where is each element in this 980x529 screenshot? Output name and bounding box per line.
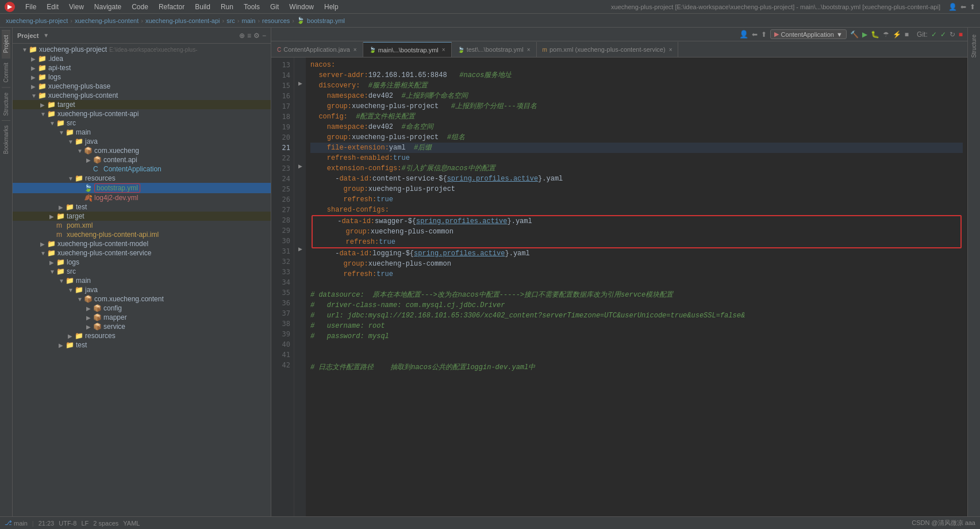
tree-src2[interactable]: ▼ 📁 src	[13, 267, 271, 276]
code-line-18: config: #配置文件相关配置	[310, 112, 963, 122]
tree-main2[interactable]: ▼ 📁 main	[13, 276, 271, 285]
coverage-icon[interactable]: ☂	[883, 30, 889, 39]
tree-java1[interactable]: ▼ 📁 java	[13, 137, 271, 146]
menu-edit[interactable]: Edit	[42, 2, 63, 12]
tree-service[interactable]: ▶ 📦 service	[13, 322, 271, 331]
tree-package1[interactable]: ▼ 📦 com.xuecheng	[13, 146, 271, 155]
git-commit-icon[interactable]: ✓	[931, 30, 937, 39]
tree-src1[interactable]: ▼ 📁 src	[13, 118, 271, 128]
menu-file[interactable]: File	[21, 2, 41, 12]
profiler-icon[interactable]: ⚡	[893, 30, 901, 39]
tree-mapper-label: mapper	[103, 313, 127, 321]
git-branch-item[interactable]: ⎇ main	[5, 519, 28, 527]
breadcrumb-resources[interactable]: resources	[262, 17, 290, 24]
menu-build[interactable]: Build	[190, 2, 215, 12]
breadcrumb-yml[interactable]: bootstrap.yml	[307, 17, 345, 24]
tree-content-api-pkg[interactable]: ▶ 📦 content.api	[13, 155, 271, 164]
tree-resources1[interactable]: ▼ 📁 resources	[13, 174, 271, 183]
profile-icon[interactable]: 👤	[739, 30, 748, 39]
tree-bootstrap-yml[interactable]: 🍃 bootstrap.yml	[13, 183, 271, 193]
collapse-icon[interactable]: ≡	[247, 32, 251, 40]
menu-navigate[interactable]: Navigate	[90, 2, 126, 12]
debug-icon[interactable]: 🐛	[871, 30, 879, 39]
tree-service-logs[interactable]: ▶ 📁 logs	[13, 258, 271, 267]
tree-target2[interactable]: ▶ 📁 target	[13, 212, 271, 221]
tree-java2[interactable]: ▼ 📁 java	[13, 285, 271, 294]
code-token: xuecheng-plus-common	[371, 227, 454, 237]
git-push-icon[interactable]: ✓	[940, 30, 946, 39]
menu-tools[interactable]: Tools	[239, 2, 264, 12]
tree-mapper[interactable]: ▶ 📦 mapper	[13, 313, 271, 322]
tab-pom[interactable]: m pom.xml (xuecheng-plus-content-service…	[537, 42, 679, 57]
forward-icon[interactable]: ⬆	[761, 30, 767, 39]
breadcrumb-main[interactable]: main	[242, 17, 256, 24]
structure-tab-right[interactable]: Structure	[970, 30, 978, 63]
back-icon[interactable]: ⬅	[752, 30, 758, 39]
tree-api-test[interactable]: ▶ 📁 api-test	[13, 63, 271, 72]
tree-resources2-label: resources	[85, 332, 116, 340]
build-icon[interactable]: 🔨	[850, 30, 859, 39]
run-config-selector[interactable]: ▶ ContentApplication ▼	[770, 29, 847, 39]
git-error-icon[interactable]: ■	[959, 30, 963, 39]
code-token: server-addr:	[318, 70, 368, 80]
tree-package2[interactable]: ▼ 📦 com.xuecheng.content	[13, 294, 271, 304]
tree-package2-label: com.xuecheng.content	[94, 295, 164, 303]
close-panel-icon[interactable]: −	[262, 32, 266, 40]
menu-refactor[interactable]: Refactor	[154, 2, 189, 12]
line-num-36: 36	[271, 298, 294, 308]
line-sep-item[interactable]: LF	[81, 520, 89, 527]
menu-git[interactable]: Git	[266, 2, 283, 12]
tree-iml1[interactable]: m xuecheng-plus-content-api.iml	[13, 230, 271, 239]
tab-test-bootstrap[interactable]: 🍃 test\...\bootstrap.yml ×	[452, 42, 537, 57]
resources-icon: 📁	[75, 174, 84, 182]
tab-close-icon[interactable]: ×	[669, 47, 672, 53]
bookmarks-tab[interactable]: Bookmarks	[2, 120, 10, 159]
tree-root[interactable]: ▼ 📁 xuecheng-plus-project E:\idea-worksp…	[13, 45, 271, 54]
run-icon[interactable]: ▶	[862, 30, 867, 39]
git-fetch-icon[interactable]: ↻	[950, 30, 955, 39]
tab-close-icon[interactable]: ×	[353, 47, 357, 53]
tree-idea[interactable]: ▶ 📁 .idea	[13, 54, 271, 63]
tree-content-service[interactable]: ▼ 📁 xuecheng-plus-content-service	[13, 248, 271, 258]
tree-logs[interactable]: ▶ 📁 logs	[13, 72, 271, 82]
tree-base[interactable]: ▶ 📁 xuecheng-plus-base	[13, 82, 271, 91]
menu-window[interactable]: Window	[285, 2, 318, 12]
project-dropdown-icon[interactable]: ▼	[43, 32, 49, 39]
tree-test1[interactable]: ▶ 📁 test	[13, 202, 271, 212]
tab-close-icon[interactable]: ×	[527, 47, 531, 53]
tab-close-icon[interactable]: ×	[442, 47, 445, 53]
file-type-item[interactable]: YAML	[123, 520, 140, 527]
locate-icon[interactable]: ⊕	[239, 32, 245, 40]
tree-config[interactable]: ▶ 📦 config	[13, 304, 271, 313]
tree-pom1[interactable]: m pom.xml	[13, 221, 271, 230]
tree-log4j2[interactable]: 🍂 log4j2-dev.yml	[13, 193, 271, 202]
tree-content-app[interactable]: C ContentApplication	[13, 164, 271, 174]
indent-item[interactable]: 2 spaces	[93, 520, 118, 527]
menu-view[interactable]: View	[64, 2, 89, 12]
menu-run[interactable]: Run	[216, 2, 238, 12]
breadcrumb-content[interactable]: xuecheng-plus-content	[75, 17, 139, 24]
breadcrumb-src[interactable]: src	[226, 17, 235, 24]
breadcrumb-project[interactable]: xuecheng-plus-project	[6, 17, 68, 24]
tree-content[interactable]: ▼ 📁 xuecheng-plus-content	[13, 91, 271, 100]
tree-target1[interactable]: ▶ 📁 target	[13, 100, 271, 109]
tree-test2[interactable]: ▶ 📁 test	[13, 340, 271, 350]
structure-tab-left[interactable]: Structure	[2, 87, 10, 121]
breadcrumb-api[interactable]: xuecheng-plus-content-api	[145, 17, 220, 24]
stop-icon[interactable]: ■	[905, 30, 909, 39]
line-col-item[interactable]: 21:23	[39, 520, 55, 527]
tree-main1[interactable]: ▼ 📁 main	[13, 128, 271, 137]
code-content[interactable]: nacos: server-addr: 192.168.101.65:8848 …	[306, 57, 967, 529]
encoding-item[interactable]: UTF-8	[59, 520, 76, 527]
menu-help[interactable]: Help	[320, 2, 343, 12]
line-num-32: 32	[271, 256, 294, 267]
tree-resources2[interactable]: ▶ 📁 resources	[13, 331, 271, 340]
tab-content-application[interactable]: C ContentApplication.java ×	[271, 42, 363, 57]
tree-content-model[interactable]: ▶ 📁 xuecheng-plus-content-model	[13, 239, 271, 248]
settings-icon[interactable]: ⚙	[253, 32, 260, 40]
menu-code[interactable]: Code	[127, 2, 153, 12]
tree-content-api[interactable]: ▼ 📁 xuecheng-plus-content-api	[13, 109, 271, 118]
project-tab[interactable]: Project	[2, 30, 10, 57]
commit-tab[interactable]: Commit	[2, 57, 10, 87]
tab-main-bootstrap[interactable]: 🍃 main\...\bootstrap.yml ×	[363, 42, 452, 57]
